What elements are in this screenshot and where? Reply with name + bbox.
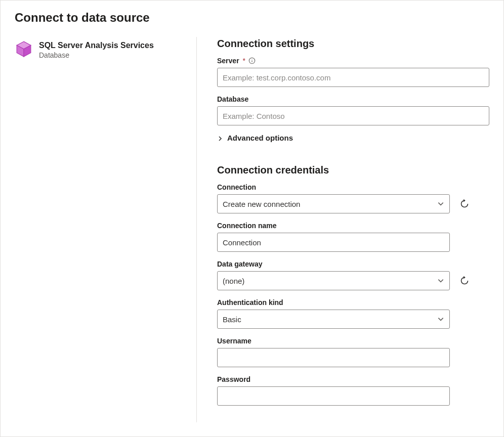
auth-kind-label: Authentication kind — [217, 298, 283, 307]
refresh-connection-button[interactable] — [459, 198, 470, 209]
advanced-options-label: Advanced options — [227, 134, 293, 142]
field-connection: Connection Create new connection — [217, 183, 489, 213]
field-password: Password — [217, 375, 489, 406]
refresh-gateway-button[interactable] — [459, 275, 470, 286]
required-asterisk: * — [243, 57, 245, 65]
info-icon[interactable] — [248, 57, 256, 64]
gateway-select-value: (none) — [223, 277, 244, 285]
dialog-window: Connect to data source SQL Server Analys… — [0, 0, 504, 437]
data-source-text: SQL Server Analysis Services Database — [39, 40, 154, 59]
left-pane: SQL Server Analysis Services Database — [15, 37, 197, 422]
chevron-right-icon — [217, 135, 223, 141]
connection-name-input[interactable] — [217, 233, 450, 252]
connection-select-value: Create new connection — [223, 200, 300, 208]
data-source-category: Database — [39, 51, 154, 59]
username-label: Username — [217, 337, 251, 345]
field-database: Database — [217, 95, 489, 125]
field-server: Server * — [217, 57, 489, 87]
right-pane: Connection settings Server * — [197, 37, 489, 422]
svg-point-5 — [252, 59, 253, 60]
advanced-options-toggle[interactable]: Advanced options — [217, 134, 489, 142]
data-source-name: SQL Server Analysis Services — [39, 41, 154, 50]
content-area: SQL Server Analysis Services Database Co… — [15, 37, 489, 422]
page-title: Connect to data source — [15, 11, 489, 25]
server-label: Server — [217, 57, 239, 65]
database-cube-icon — [15, 40, 33, 58]
server-input[interactable] — [217, 68, 489, 87]
section-settings-heading: Connection settings — [217, 38, 489, 50]
gateway-label: Data gateway — [217, 260, 262, 268]
connection-select[interactable]: Create new connection — [217, 194, 450, 213]
auth-kind-value: Basic — [223, 315, 241, 324]
section-credentials-heading: Connection credentials — [217, 164, 489, 176]
chevron-down-icon — [437, 316, 444, 323]
data-source-item[interactable]: SQL Server Analysis Services Database — [15, 40, 186, 59]
field-gateway: Data gateway (none) — [217, 260, 489, 290]
field-username: Username — [217, 337, 489, 367]
database-input[interactable] — [217, 106, 489, 125]
username-input[interactable] — [217, 348, 450, 367]
gateway-select[interactable]: (none) — [217, 271, 450, 290]
connection-name-label: Connection name — [217, 222, 276, 230]
chevron-down-icon — [437, 200, 444, 207]
field-connection-name: Connection name — [217, 222, 489, 252]
field-auth-kind: Authentication kind Basic — [217, 298, 489, 329]
database-label: Database — [217, 95, 248, 103]
auth-kind-select[interactable]: Basic — [217, 310, 450, 329]
chevron-down-icon — [437, 277, 444, 284]
password-input[interactable] — [217, 386, 450, 406]
password-label: Password — [217, 375, 250, 383]
connection-label: Connection — [217, 183, 256, 191]
